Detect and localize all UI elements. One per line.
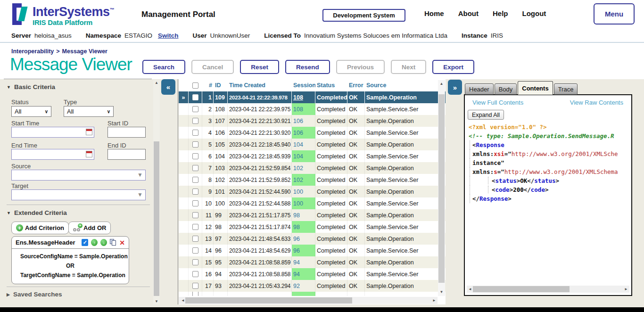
table-row[interactable]: 4 106 2023-04-21 22:21:30.920 106 Comple… bbox=[179, 127, 446, 139]
table-row[interactable]: 8 102 2023-04-21 21:52:59.852 102 Comple… bbox=[179, 174, 446, 186]
move-down-icon[interactable]: ↓ bbox=[100, 239, 107, 246]
toolbar-button[interactable]: Search bbox=[142, 60, 185, 74]
session-link[interactable]: 104 bbox=[293, 141, 303, 148]
calendar-icon[interactable] bbox=[86, 151, 92, 157]
scroll-right-arrow[interactable]: ► bbox=[431, 297, 438, 304]
expand-all-button[interactable]: Expand All bbox=[468, 110, 504, 120]
row-checkbox[interactable] bbox=[192, 292, 198, 296]
criterion-enabled-checkbox[interactable]: ✓ bbox=[82, 239, 88, 246]
detail-tab[interactable]: Header bbox=[465, 83, 494, 95]
dropdown-triangle-icon[interactable]: ▼ bbox=[137, 191, 143, 198]
scroll-down-arrow[interactable]: ▼ bbox=[153, 299, 160, 304]
view-raw-contents-link[interactable]: View Raw Contents bbox=[570, 99, 623, 106]
scrollbar-thumb[interactable] bbox=[185, 297, 352, 304]
table-row[interactable]: 10 100 2023-04-21 21:52:44.588 100 Compl… bbox=[179, 197, 446, 209]
row-checkbox[interactable] bbox=[192, 247, 198, 254]
extended-criteria-section-header[interactable]: ▼ Extended Criteria bbox=[7, 209, 67, 216]
row-checkbox[interactable] bbox=[192, 177, 198, 183]
table-row[interactable]: 6 104 2023-04-21 22:18:45.939 104 Comple… bbox=[179, 150, 446, 162]
scrollbar-thumb[interactable] bbox=[154, 141, 159, 296]
row-checkbox[interactable] bbox=[192, 94, 198, 100]
table-row[interactable]: 13 97 2023-04-21 21:48:54.633 96 Complet… bbox=[179, 233, 446, 245]
move-up-icon[interactable]: ↑ bbox=[91, 239, 98, 246]
session-link[interactable]: 106 bbox=[293, 130, 303, 136]
session-link[interactable]: 104 bbox=[293, 153, 303, 160]
session-link[interactable]: 100 bbox=[293, 200, 303, 207]
row-checkbox[interactable] bbox=[192, 259, 198, 265]
start-id-input[interactable] bbox=[107, 127, 146, 138]
table-row[interactable]: 17 93 2023-04-21 21:05:43.294 92 Complet… bbox=[179, 280, 446, 292]
table-row[interactable]: » 1 109 2023-04-21 22:22:39.978 108 Comp… bbox=[179, 91, 446, 103]
toolbar-button[interactable]: Resend bbox=[285, 60, 330, 74]
start-time-input[interactable] bbox=[11, 127, 94, 138]
expand-detail-panel-button[interactable]: » bbox=[448, 80, 462, 95]
session-link[interactable]: 100 bbox=[293, 189, 303, 195]
copy-icon[interactable] bbox=[110, 239, 116, 246]
top-nav-link[interactable]: Home bbox=[424, 9, 444, 17]
toolbar-button[interactable]: Reset bbox=[240, 60, 279, 74]
table-row[interactable]: 12 98 2023-04-21 21:51:17.874 98 Complet… bbox=[179, 221, 446, 233]
top-nav-link[interactable]: Logout bbox=[522, 9, 546, 17]
table-horizontal-scrollbar[interactable]: ◄ ► bbox=[179, 297, 438, 304]
session-link[interactable]: 108 bbox=[293, 94, 303, 101]
table-row[interactable]: 9 101 2023-04-21 21:52:44.590 100 Comple… bbox=[179, 186, 446, 197]
top-nav-link[interactable]: About bbox=[458, 9, 479, 17]
toolbar-button[interactable]: Previous bbox=[336, 60, 385, 74]
table-row[interactable] bbox=[179, 292, 446, 296]
scroll-down-arrow[interactable]: ▼ bbox=[438, 289, 445, 295]
collapse-sidebar-button[interactable]: « bbox=[161, 79, 175, 95]
row-checkbox[interactable] bbox=[192, 189, 198, 195]
menu-button[interactable]: Menu bbox=[594, 3, 635, 25]
select-all-checkbox[interactable] bbox=[192, 82, 198, 89]
toolbar-button[interactable]: Next bbox=[391, 60, 426, 74]
row-checkbox[interactable] bbox=[192, 118, 198, 124]
session-link[interactable]: 102 bbox=[293, 165, 303, 172]
session-link[interactable]: 98 bbox=[293, 212, 300, 219]
scroll-up-arrow[interactable]: ▲ bbox=[438, 81, 445, 87]
criterion-condition-2[interactable]: TargetConfigName = Sample.Operation bbox=[16, 271, 125, 280]
session-link[interactable]: 94 bbox=[293, 259, 300, 266]
target-combo[interactable]: ▼ bbox=[11, 189, 146, 200]
table-row[interactable]: 2 108 2023-04-21 22:22:39.975 108 Comple… bbox=[179, 103, 446, 115]
type-select[interactable]: All∨ bbox=[64, 106, 114, 117]
row-checkbox[interactable] bbox=[192, 283, 198, 289]
row-checkbox[interactable] bbox=[192, 106, 198, 112]
toolbar-button[interactable]: Export bbox=[432, 60, 474, 74]
session-link[interactable]: 102 bbox=[293, 177, 303, 183]
scroll-left-arrow[interactable]: ◄ bbox=[467, 286, 473, 293]
session-link[interactable]: 98 bbox=[293, 224, 300, 230]
scroll-up-arrow[interactable]: ▲ bbox=[153, 80, 160, 86]
row-checkbox[interactable] bbox=[192, 200, 198, 206]
table-row[interactable]: 11 99 2023-04-21 21:51:17.875 98 Complet… bbox=[179, 209, 446, 221]
row-checkbox[interactable] bbox=[192, 153, 198, 159]
contents-horizontal-scrollbar[interactable]: ◄ ► bbox=[467, 286, 629, 293]
development-system-button[interactable]: Development System bbox=[322, 9, 405, 22]
criterion-condition-1[interactable]: SourceConfigName = Sample.Operation bbox=[16, 252, 125, 261]
table-row[interactable]: 16 94 2023-04-21 21:08:58.858 94 Complet… bbox=[179, 268, 446, 280]
scroll-right-arrow[interactable]: ► bbox=[623, 286, 629, 293]
toolbar-button[interactable]: Cancel bbox=[191, 60, 234, 74]
end-time-input[interactable] bbox=[11, 149, 94, 160]
row-checkbox[interactable] bbox=[192, 212, 198, 218]
session-link[interactable]: 108 bbox=[293, 106, 303, 113]
delete-icon[interactable]: ✕ bbox=[119, 239, 125, 246]
sidebar-scrollbar[interactable]: ▲ ▼ bbox=[153, 80, 160, 304]
calendar-icon[interactable] bbox=[86, 129, 92, 135]
session-link[interactable]: 92 bbox=[293, 283, 300, 289]
row-checkbox[interactable] bbox=[192, 224, 198, 230]
add-criterion-button[interactable]: + Add Criterion bbox=[11, 222, 69, 234]
breadcrumb-interoperability-link[interactable]: Interoperability bbox=[11, 48, 54, 55]
source-combo[interactable]: ▼ bbox=[11, 170, 146, 181]
detail-tab[interactable]: Contents bbox=[518, 81, 553, 95]
scrollbar-thumb[interactable] bbox=[438, 94, 445, 283]
row-checkbox[interactable] bbox=[192, 165, 198, 171]
row-checkbox[interactable] bbox=[192, 236, 198, 242]
saved-searches-section-header[interactable]: ▶ Saved Searches bbox=[7, 291, 62, 298]
switch-namespace-link[interactable]: Switch bbox=[158, 32, 179, 39]
table-row[interactable]: 7 103 2023-04-21 21:52:59.854 102 Comple… bbox=[179, 162, 446, 174]
table-row[interactable]: 5 105 2023-04-21 22:18:45.940 104 Comple… bbox=[179, 139, 446, 150]
table-row[interactable]: 15 95 2023-04-21 21:08:58.859 94 Complet… bbox=[179, 256, 446, 268]
session-link[interactable]: 96 bbox=[293, 247, 300, 254]
detail-tab[interactable]: Body bbox=[495, 83, 517, 95]
table-row[interactable]: 14 96 2023-04-21 21:48:54.629 96 Complet… bbox=[179, 245, 446, 256]
